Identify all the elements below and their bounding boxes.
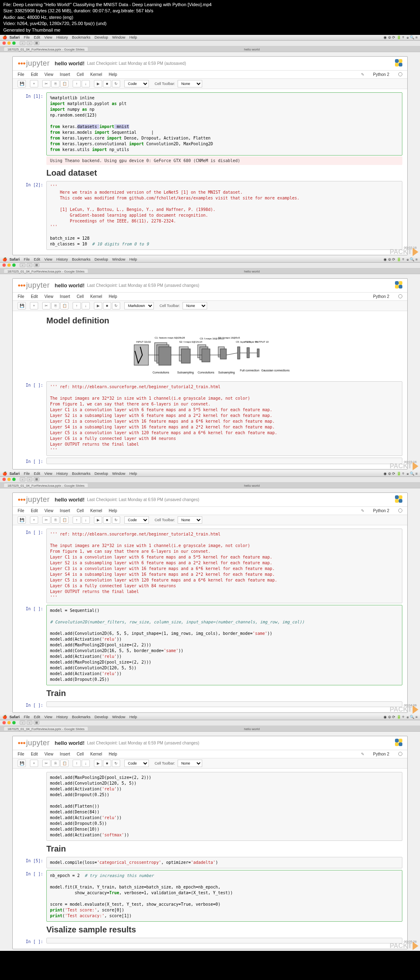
- code-input-ref[interactable]: ''' ref: http://eblearn.sourceforge.net/…: [46, 529, 402, 603]
- copy-button[interactable]: ⎘: [51, 80, 59, 87]
- run-button[interactable]: ▶: [94, 516, 102, 524]
- code-input-empty[interactable]: [46, 938, 402, 943]
- menu-help[interactable]: Help: [129, 35, 137, 39]
- stop-button[interactable]: ■: [103, 302, 111, 309]
- menu-view[interactable]: View: [44, 715, 52, 719]
- celltoolbar-select[interactable]: None: [178, 760, 202, 767]
- code-input-empty[interactable]: [46, 458, 402, 464]
- add-cell-button[interactable]: +: [30, 760, 38, 767]
- move-up-button[interactable]: ↑: [73, 302, 81, 309]
- nb-menu-insert[interactable]: Insert: [60, 294, 70, 299]
- apple-icon[interactable]: 🍎: [2, 715, 7, 719]
- nb-menu-help[interactable]: Help: [109, 752, 117, 756]
- browser-tab-1[interactable]: 1B7025_01_04_ForReviewJosa.pptx - Google…: [4, 727, 88, 730]
- back-button[interactable]: ‹: [20, 263, 25, 267]
- paste-button[interactable]: 📋: [60, 760, 68, 767]
- run-button[interactable]: ▶: [94, 760, 102, 767]
- menu-history[interactable]: History: [56, 472, 68, 476]
- window-controls[interactable]: [2, 41, 16, 45]
- menu-file[interactable]: File: [24, 257, 30, 261]
- markdown-cell-model-def[interactable]: Model definition INPUT 32x32 C1: feature…: [18, 314, 402, 380]
- code-cell-2[interactable]: In [2]: ''' Here we train a modernized v…: [18, 181, 402, 250]
- menu-window[interactable]: Window: [112, 257, 125, 261]
- nb-menu-edit[interactable]: Edit: [31, 752, 38, 756]
- code-cell-empty[interactable]: In [ ]:: [18, 701, 402, 708]
- nb-menu-help[interactable]: Help: [109, 72, 117, 77]
- celltype-select[interactable]: Code: [124, 80, 149, 87]
- menu-help[interactable]: Help: [129, 257, 137, 261]
- menu-view[interactable]: View: [44, 35, 52, 39]
- nb-menu-view[interactable]: View: [44, 72, 53, 77]
- code-input-fit[interactable]: nb_epoch = 2 # try increasing this numbe…: [46, 870, 402, 922]
- back-button[interactable]: ‹: [20, 477, 25, 481]
- nb-menu-edit[interactable]: Edit: [31, 508, 38, 513]
- menu-file[interactable]: File: [24, 472, 30, 476]
- nb-menu-edit[interactable]: Edit: [31, 294, 38, 299]
- nb-menu-file[interactable]: File: [18, 72, 24, 77]
- menu-window[interactable]: Window: [112, 472, 125, 476]
- move-down-button[interactable]: ↓: [82, 516, 90, 524]
- menu-edit[interactable]: Edit: [34, 35, 41, 39]
- nb-menu-cell[interactable]: Cell: [77, 752, 84, 756]
- celltype-select[interactable]: Code: [124, 516, 149, 524]
- app-name[interactable]: Safari: [9, 35, 20, 39]
- forward-button[interactable]: ›: [27, 721, 32, 725]
- app-name[interactable]: Safari: [9, 715, 20, 719]
- celltoolbar-select[interactable]: None: [183, 302, 207, 309]
- code-input-compile[interactable]: model.compile(loss='categorical_crossent…: [46, 857, 402, 868]
- nb-menu-cell[interactable]: Cell: [77, 72, 84, 77]
- nb-menu-insert[interactable]: Insert: [60, 752, 70, 756]
- stop-button[interactable]: ■: [103, 760, 111, 767]
- nb-menu-help[interactable]: Help: [109, 294, 117, 299]
- code-cell-model-cont[interactable]: model.add(MaxPooling2D(pool_size=(2, 2))…: [18, 772, 402, 841]
- celltoolbar-select[interactable]: None: [178, 516, 202, 524]
- nb-menu-file[interactable]: File: [18, 752, 24, 756]
- nb-menu-file[interactable]: File: [18, 508, 24, 513]
- copy-button[interactable]: ⎘: [51, 516, 59, 524]
- save-button[interactable]: 💾: [18, 516, 26, 524]
- app-name[interactable]: Safari: [9, 472, 20, 476]
- notebook-title[interactable]: hello world!: [55, 282, 84, 289]
- code-cell-fit[interactable]: In [ ]: nb_epoch = 2 # try increasing th…: [18, 870, 402, 922]
- code-cell-model[interactable]: In [ ]: model = Sequential() # Convoluti…: [18, 605, 402, 685]
- stop-button[interactable]: ■: [103, 516, 111, 524]
- code-cell-ref[interactable]: In [ ]: ''' ref: http://eblearn.sourcefo…: [18, 529, 402, 603]
- nb-menu-cell[interactable]: Cell: [77, 294, 84, 299]
- apple-icon[interactable]: 🍎: [2, 257, 7, 261]
- nb-menu-view[interactable]: View: [44, 508, 53, 513]
- back-button[interactable]: ‹: [20, 721, 25, 725]
- cut-button[interactable]: ✂: [42, 80, 50, 87]
- code-input-empty[interactable]: [46, 701, 402, 707]
- code-cell-ref[interactable]: In [ ]: ''' ref: http://eblearn.sourcefo…: [18, 381, 402, 456]
- markdown-cell-load-dataset[interactable]: Load dataset: [18, 167, 402, 179]
- menu-view[interactable]: View: [44, 472, 52, 476]
- menu-edit[interactable]: Edit: [34, 257, 41, 261]
- restart-button[interactable]: ↻: [112, 516, 120, 524]
- browser-tab-1[interactable]: 1B7025_01_04_ForReviewJosa.pptx - Google…: [4, 483, 88, 487]
- code-cell-compile[interactable]: In [5]: model.compile(loss='categorical_…: [18, 857, 402, 868]
- browser-tab-2[interactable]: hello world: [241, 483, 263, 487]
- move-up-button[interactable]: ↑: [73, 516, 81, 524]
- celltype-select[interactable]: Code: [124, 760, 149, 767]
- jupyter-logo[interactable]: ●●●jupyter: [18, 281, 50, 290]
- menu-bookmarks[interactable]: Bookmarks: [72, 257, 90, 261]
- run-button[interactable]: ▶: [94, 80, 102, 87]
- browser-tab-1[interactable]: 1B7025_01_04_ForReviewJosa.pptx - Google…: [4, 47, 88, 51]
- restart-button[interactable]: ↻: [112, 302, 120, 309]
- markdown-cell-visualize[interactable]: Visalize sample results: [18, 923, 402, 936]
- nb-menu-help[interactable]: Help: [109, 508, 117, 513]
- sidebar-button[interactable]: ▦: [34, 263, 39, 267]
- move-down-button[interactable]: ↓: [82, 80, 90, 87]
- sidebar-button[interactable]: ▦: [34, 477, 39, 481]
- menu-file[interactable]: File: [24, 715, 30, 719]
- sidebar-button[interactable]: ▦: [34, 41, 39, 45]
- paste-button[interactable]: 📋: [60, 80, 68, 87]
- paste-button[interactable]: 📋: [60, 516, 68, 524]
- jupyter-logo[interactable]: ●●●jupyter: [18, 495, 50, 504]
- back-button[interactable]: ‹: [20, 41, 25, 45]
- code-cell-empty[interactable]: In [ ]:: [18, 938, 402, 944]
- notebook-title[interactable]: hello world!: [55, 60, 84, 66]
- add-cell-button[interactable]: +: [30, 516, 38, 524]
- nb-menu-insert[interactable]: Insert: [60, 72, 70, 77]
- forward-button[interactable]: ›: [27, 263, 32, 267]
